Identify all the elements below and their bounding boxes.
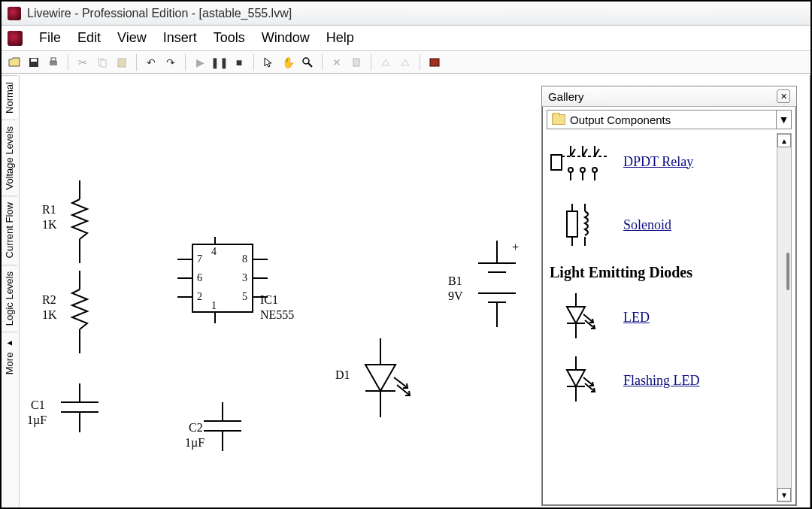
tab-voltage-levels[interactable]: Voltage Levels [2,120,17,196]
label-r2-val: 1K [42,308,57,322]
zoom-icon[interactable] [299,54,316,71]
relay-icon [550,139,610,184]
label-r1-ref: R1 [42,203,56,217]
app-icon-small [8,31,23,46]
paste-icon[interactable] [114,54,130,71]
label-c1-ref: C1 [31,398,45,412]
svg-point-61 [568,168,573,172]
cut-icon[interactable]: ✂ [74,54,91,71]
gallery-item-label: Solenoid [623,217,671,233]
svg-rect-6 [118,59,126,67]
label-b1-val: 9V [448,289,463,303]
gallery-panel: Gallery ✕ Output Components ▼ DPDT Relay [541,86,797,506]
tab-normal[interactable]: Normal [2,75,17,120]
pan-icon[interactable]: ✋ [280,54,296,71]
label-r1-val: 1K [42,218,57,232]
gallery-item-flashing-led[interactable]: Flashing LED [547,352,775,415]
component-resistor-r2[interactable] [68,271,91,353]
svg-rect-9 [353,59,359,66]
separator [185,54,186,71]
gallery-item-label: DPDT Relay [623,154,693,170]
svg-point-7 [303,58,309,64]
scroll-down-icon[interactable]: ▼ [777,488,791,501]
separator [420,54,420,71]
svg-rect-68 [567,211,577,237]
svg-rect-2 [50,61,57,65]
label-r2-ref: R2 [42,293,56,307]
gallery-scrollbar[interactable]: ▲ ▼ [777,133,792,502]
svg-text:5: 5 [242,291,247,302]
menu-file[interactable]: File [32,27,68,49]
print-icon[interactable] [45,54,62,71]
app-icon [8,7,21,20]
book-icon[interactable] [426,54,443,71]
component-ic-ne555[interactable]: 7 6 2 8 3 5 4 1 [170,237,275,327]
stop-icon[interactable]: ■ [231,54,247,71]
label-ic1-val: NE555 [260,308,294,322]
menu-window[interactable]: Window [254,27,317,49]
tab-more[interactable]: More ▸ [2,332,17,380]
gallery-title-text: Gallery [548,90,584,103]
label-d1-ref: D1 [335,368,350,382]
gallery-list: DPDT Relay Solenoid Light Emitting Diode… [547,133,775,502]
svg-rect-10 [430,59,439,66]
save-icon[interactable] [26,54,42,71]
pause-icon[interactable]: ❚❚ [211,54,228,71]
gallery-category-dropdown[interactable]: Output Components ▼ [547,110,792,129]
svg-line-8 [308,63,312,67]
window-titlebar: Livewire - Professional Edition - [astab… [2,2,810,26]
separator [68,54,68,71]
close-icon[interactable]: ✕ [777,89,790,103]
folder-icon [552,114,565,125]
menubar: File Edit View Insert Tools Window Help [2,26,810,51]
solenoid-icon [550,202,610,247]
gallery-item-dpdt-relay[interactable]: DPDT Relay [547,133,775,196]
svg-text:1: 1 [211,300,217,311]
open-icon[interactable] [6,54,23,71]
delete-icon[interactable]: ✕ [329,54,345,71]
toolbar: ✂ ↶ ↷ ▶ ❚❚ ■ ✋ ✕ [2,51,810,74]
menu-tools[interactable]: Tools [206,27,253,49]
component-battery-b1[interactable]: + [467,241,527,331]
svg-rect-1 [31,59,37,62]
window-title: Livewire - Professional Edition - [astab… [27,7,292,20]
component-capacitor-c1[interactable] [50,383,110,436]
play-icon[interactable]: ▶ [192,54,208,71]
pointer-icon[interactable] [260,54,277,71]
svg-rect-5 [101,60,106,67]
undo-icon[interactable]: ↶ [143,54,159,71]
svg-marker-41 [365,365,395,391]
svg-text:+: + [512,241,519,253]
svg-text:2: 2 [197,291,202,302]
label-ic1-ref: IC1 [260,293,278,307]
label-c2-val: 1µF [185,436,205,450]
svg-point-63 [592,168,597,172]
menu-insert[interactable]: Insert [156,27,205,49]
chip-icon[interactable] [348,54,365,71]
side-tabs: Normal Voltage Levels Current Flow Logic… [2,75,20,507]
tab-logic-levels[interactable]: Logic Levels [2,265,17,332]
rotate-right-icon[interactable] [397,54,414,71]
separator [322,54,323,71]
menu-edit[interactable]: Edit [70,27,108,49]
component-resistor-r1[interactable] [68,180,91,263]
tab-current-flow[interactable]: Current Flow [2,195,17,264]
gallery-item-label: LED [623,310,650,326]
separator [136,54,137,71]
copy-icon[interactable] [94,54,111,71]
label-c2-ref: C2 [189,421,203,435]
gallery-item-solenoid[interactable]: Solenoid [547,196,775,259]
rotate-left-icon[interactable] [377,54,394,71]
chevron-down-icon[interactable]: ▼ [776,111,791,129]
menu-help[interactable]: Help [319,27,362,49]
gallery-item-led[interactable]: LED [547,289,775,352]
scroll-thumb[interactable] [786,253,789,290]
separator [253,54,254,71]
scroll-up-icon[interactable]: ▲ [777,134,791,147]
svg-text:8: 8 [242,253,247,265]
svg-text:6: 6 [197,272,202,283]
redo-icon[interactable]: ↷ [162,54,179,71]
menu-view[interactable]: View [110,27,154,49]
svg-text:7: 7 [197,253,202,265]
component-led-d1[interactable] [350,338,426,421]
